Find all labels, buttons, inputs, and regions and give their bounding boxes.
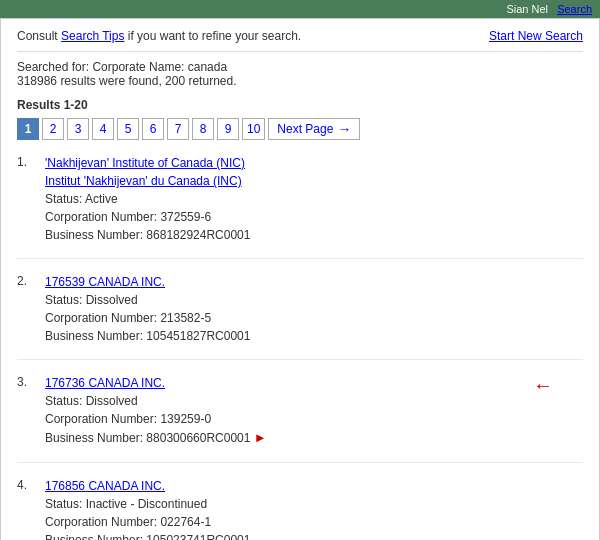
- results-header: Results 1-20: [17, 98, 583, 112]
- info-suffix: if you want to refine your search.: [124, 29, 301, 43]
- result-status: Status: Dissolved: [45, 291, 583, 309]
- result-content: 176856 CANADA INC.Status: Inactive - Dis…: [45, 477, 583, 541]
- result-number: 1.: [17, 154, 45, 244]
- result-content: 'Nakhijevan' Institute of Canada (NIC)In…: [45, 154, 583, 244]
- search-link[interactable]: Search: [557, 3, 592, 15]
- result-divider: [17, 359, 583, 360]
- page-btn-3[interactable]: 3: [67, 118, 89, 140]
- top-bar: Sian Nel Search: [0, 0, 600, 18]
- annotation-arrow-left: ←: [533, 374, 553, 397]
- search-tips-link[interactable]: Search Tips: [61, 29, 124, 43]
- result-name-link[interactable]: 176736 CANADA INC.: [45, 376, 165, 390]
- result-item-3: ←3.176736 CANADA INC.Status: DissolvedCo…: [17, 374, 583, 448]
- page-btn-5[interactable]: 5: [117, 118, 139, 140]
- page-btn-1[interactable]: 1: [17, 118, 39, 140]
- results-list: 1.'Nakhijevan' Institute of Canada (NIC)…: [17, 154, 583, 540]
- result-item-2: 2.176539 CANADA INC.Status: DissolvedCor…: [17, 273, 583, 345]
- result-status: Status: Dissolved: [45, 392, 583, 410]
- result-status: Status: Active: [45, 190, 583, 208]
- username-label: Sian Nel: [506, 3, 548, 15]
- result-divider: [17, 258, 583, 259]
- page-btn-8[interactable]: 8: [192, 118, 214, 140]
- result-content: 176736 CANADA INC.Status: DissolvedCorpo…: [45, 374, 583, 448]
- pagination: 12345678910Next Page →: [17, 118, 583, 140]
- main-content: Consult Search Tips if you want to refin…: [0, 18, 600, 540]
- result-biz-num: Business Number: 105451827RC0001: [45, 327, 583, 345]
- result-name-link[interactable]: 176539 CANADA INC.: [45, 275, 165, 289]
- start-new-search-link[interactable]: Start New Search: [489, 29, 583, 43]
- result-name-link[interactable]: Institut 'Nakhijevan' du Canada (INC): [45, 174, 242, 188]
- result-number: 2.: [17, 273, 45, 345]
- result-corp-num: Corporation Number: 022764-1: [45, 513, 583, 531]
- result-corp-num: Corporation Number: 372559-6: [45, 208, 583, 226]
- result-number: 4.: [17, 477, 45, 541]
- page-btn-6[interactable]: 6: [142, 118, 164, 140]
- result-corp-num: Corporation Number: 213582-5: [45, 309, 583, 327]
- result-name-link[interactable]: 'Nakhijevan' Institute of Canada (NIC): [45, 156, 245, 170]
- result-name-link[interactable]: 176856 CANADA INC.: [45, 479, 165, 493]
- page-btn-4[interactable]: 4: [92, 118, 114, 140]
- result-item-1: 1.'Nakhijevan' Institute of Canada (NIC)…: [17, 154, 583, 244]
- page-btn-2[interactable]: 2: [42, 118, 64, 140]
- search-meta: Searched for: Corporate Name: canada 318…: [17, 60, 583, 88]
- consult-text: Consult: [17, 29, 61, 43]
- result-content: 176539 CANADA INC.Status: DissolvedCorpo…: [45, 273, 583, 345]
- search-meta-line2: 318986 results were found, 200 returned.: [17, 74, 583, 88]
- result-number: 3.: [17, 374, 45, 448]
- result-biz-num: Business Number: 105023741RC0001: [45, 531, 583, 541]
- result-corp-num: Corporation Number: 139259-0: [45, 410, 583, 428]
- result-status: Status: Inactive - Discontinued: [45, 495, 583, 513]
- user-search-info: Sian Nel Search: [506, 3, 592, 15]
- result-biz-num: Business Number: 868182924RC0001: [45, 226, 583, 244]
- search-tips-section: Consult Search Tips if you want to refin…: [17, 29, 301, 43]
- search-meta-line1: Searched for: Corporate Name: canada: [17, 60, 583, 74]
- result-biz-num: Business Number: 880300660RC0001 ►: [45, 428, 583, 448]
- result-divider: [17, 462, 583, 463]
- result-item-4: 4.176856 CANADA INC.Status: Inactive - D…: [17, 477, 583, 541]
- page-btn-9[interactable]: 9: [217, 118, 239, 140]
- start-new-search-section: Start New Search: [489, 29, 583, 43]
- info-bar: Consult Search Tips if you want to refin…: [17, 29, 583, 52]
- next-page-button[interactable]: Next Page →: [268, 118, 360, 140]
- page-btn-7[interactable]: 7: [167, 118, 189, 140]
- page-btn-10[interactable]: 10: [242, 118, 265, 140]
